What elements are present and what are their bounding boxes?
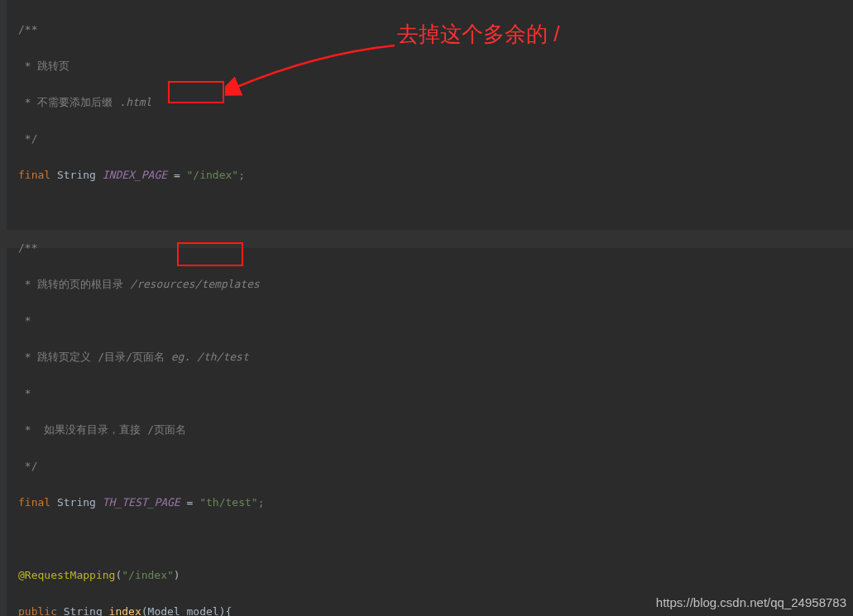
watermark-text: https://blog.csdn.net/qq_24958783 <box>656 594 846 612</box>
field-index-page: INDEX_PAGE <box>103 169 167 181</box>
comment: * 不需要添加后缀 <box>18 96 119 108</box>
comment: /** <box>18 23 37 36</box>
annotation-callout-text: 去掉这个多余的 / <box>397 25 559 43</box>
comment: */ <box>18 460 37 472</box>
comment: * 如果没有目录，直接 /页面名 <box>18 423 186 436</box>
type-string: String <box>57 169 96 181</box>
comment: .html <box>119 96 151 108</box>
method-index: index <box>109 605 141 616</box>
comment: * 跳转的页的根目录 <box>18 278 130 290</box>
comment: */ <box>18 132 37 145</box>
keyword-public: public <box>18 605 57 616</box>
comment: /resources/templates <box>130 278 260 290</box>
punct: ; <box>238 169 245 181</box>
type-string: String <box>64 605 103 616</box>
comment: /** <box>18 241 37 254</box>
annotation-request-mapping: @RequestMapping <box>18 569 115 581</box>
param-model: model <box>187 605 219 616</box>
punct: ; <box>258 496 265 509</box>
comment: * <box>18 314 31 327</box>
keyword-final: final <box>18 169 50 181</box>
string-literal: "th/test" <box>199 496 257 509</box>
type-model: Model <box>148 605 180 616</box>
punct: ( <box>141 605 148 616</box>
type-string: String <box>57 496 96 509</box>
string-literal: "/index" <box>187 169 239 181</box>
comment: * <box>18 387 31 399</box>
field-th-test-page: TH_TEST_PAGE <box>103 496 180 509</box>
comment: * 跳转页 <box>18 60 69 72</box>
keyword-final: final <box>18 496 50 509</box>
punct: ) <box>174 569 180 581</box>
string-literal: "/index" <box>122 569 174 581</box>
punct: ){ <box>219 605 232 616</box>
punct: = <box>174 169 180 181</box>
comment: * 跳转页定义 /目录/页面名 <box>18 351 171 363</box>
punct: = <box>187 496 194 509</box>
comment: eg. /th/test <box>171 351 249 363</box>
code-editor[interactable]: /** * 跳转页 * 不需要添加后缀 .html */ final Strin… <box>0 2 853 616</box>
